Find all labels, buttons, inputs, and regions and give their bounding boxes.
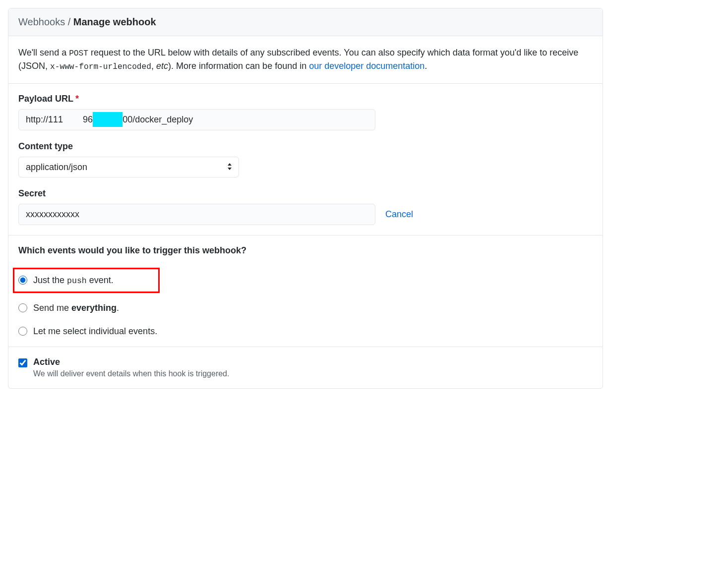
- events-section: Which events would you like to trigger t…: [8, 235, 603, 347]
- redaction-overlay: [93, 112, 122, 127]
- event-label-push[interactable]: Just the push event.: [33, 275, 114, 286]
- event-option-individual[interactable]: Let me select individual events.: [18, 326, 593, 337]
- everything-strong: everything: [71, 303, 117, 313]
- secret-group: Secret Cancel: [18, 188, 593, 225]
- breadcrumb-current: Manage webhook: [73, 16, 156, 27]
- payload-url-group: Payload URL*: [18, 94, 593, 130]
- intro-fragment: ). More information can be found in: [168, 61, 309, 71]
- label-fragment: event.: [87, 275, 114, 285]
- breadcrumb-parent[interactable]: Webhooks: [18, 16, 65, 27]
- event-option-push[interactable]: Just the push event.: [13, 268, 160, 293]
- required-star: *: [75, 94, 79, 104]
- secret-input[interactable]: [18, 204, 375, 225]
- intro-text: We'll send a POST request to the URL bel…: [8, 36, 603, 84]
- label-fragment: Just the: [33, 275, 67, 285]
- event-label-individual[interactable]: Let me select individual events.: [33, 326, 157, 337]
- label-fragment: .: [117, 303, 119, 313]
- push-code: push: [67, 276, 87, 286]
- secret-label: Secret: [18, 188, 593, 199]
- payload-url-input[interactable]: [18, 109, 375, 130]
- cancel-link[interactable]: Cancel: [385, 209, 413, 220]
- active-checkbox[interactable]: [18, 358, 27, 367]
- intro-etc: etc: [156, 61, 168, 71]
- panel-header: Webhooks / Manage webhook: [8, 8, 603, 36]
- events-heading: Which events would you like to trigger t…: [18, 245, 593, 256]
- intro-fragment: ,: [151, 61, 156, 71]
- intro-post-code: POST: [69, 49, 88, 58]
- webhook-panel: Webhooks / Manage webhook We'll send a P…: [8, 8, 603, 389]
- event-radio-everything[interactable]: [18, 303, 27, 312]
- intro-fragment: We'll send a: [18, 48, 69, 58]
- intro-encoded-code: x-www-form-urlencoded: [50, 62, 151, 71]
- breadcrumb-separator: /: [65, 16, 73, 27]
- content-type-label: Content type: [18, 141, 593, 152]
- form-section: Payload URL* Content type application/js…: [8, 84, 603, 235]
- content-type-group: Content type application/json: [18, 141, 593, 177]
- active-section: Active We will deliver event details whe…: [8, 347, 603, 388]
- event-label-everything[interactable]: Send me everything.: [33, 303, 119, 313]
- event-radio-individual[interactable]: [18, 327, 27, 336]
- payload-url-label: Payload URL*: [18, 94, 593, 104]
- label-fragment: Send me: [33, 303, 71, 313]
- active-description: We will deliver event details when this …: [33, 369, 229, 378]
- label-text: Payload URL: [18, 94, 73, 104]
- intro-period: .: [425, 61, 427, 71]
- event-option-everything[interactable]: Send me everything.: [18, 303, 593, 313]
- event-radio-push[interactable]: [18, 276, 27, 285]
- content-type-select[interactable]: application/json: [18, 157, 239, 177]
- active-row[interactable]: Active We will deliver event details whe…: [18, 357, 593, 378]
- active-title: Active: [33, 357, 229, 367]
- developer-doc-link[interactable]: our developer documentation: [309, 61, 425, 71]
